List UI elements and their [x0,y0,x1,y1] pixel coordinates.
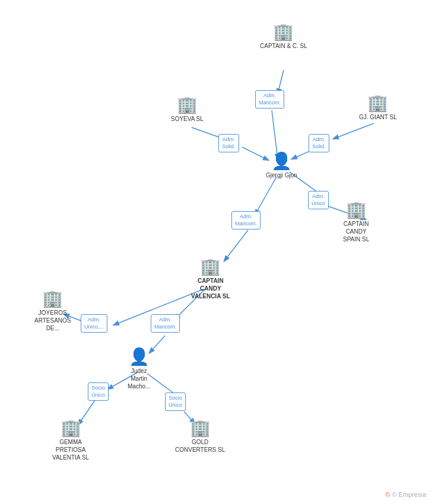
node-gemma: 🏢 GEMMAPRETIOSAVALENTIA SL [52,420,89,461]
badge-adm-solid-right[interactable]: Adm.Solid. [309,134,329,152]
label-judez: JudezMartinMacho... [128,367,150,390]
person-icon-judez: 👤 [129,349,150,365]
svg-line-13 [150,336,165,353]
badge-adm-unico-right[interactable]: Adm.Único [308,191,329,209]
badge-adm-mancom-mid[interactable]: Adm.Mancom. [231,211,261,229]
node-captain-cc: 🏢 CAPTAIN & C. SL [260,24,307,50]
label-soyeva: SOYEVA SL [171,115,204,123]
badge-adm-solid-left[interactable]: Adm.Solid. [218,134,239,152]
badge-adm-mancom-bottom[interactable]: Adm.Mancom. [151,314,180,333]
svg-line-8 [255,177,277,215]
svg-line-3 [242,147,268,160]
building-icon-joyeros: 🏢 [42,291,63,307]
label-gold: GOLDCONVERTERS SL [175,438,225,454]
building-icon-gold: 🏢 [190,420,211,436]
node-soyeva: 🏢 SOYEVA SL [171,97,204,123]
building-icon-captain-candy-valencia: 🏢 [200,259,221,275]
node-captain-candy-valencia: 🏢 CAPTAINCANDYVALENCIA SL [191,259,230,300]
node-gold: 🏢 GOLDCONVERTERS SL [175,420,225,454]
building-icon-captain-cc: 🏢 [273,24,294,40]
node-gjergji: 👤 Gjergji Gjon [266,153,297,179]
label-gjergji: Gjergji Gjon [266,171,297,179]
badge-socio-unico-left[interactable]: SocioÚnico [88,382,109,401]
badge-socio-unico-right[interactable]: SocioÚnico [165,393,186,411]
person-icon-gjergji: 👤 [271,153,292,170]
label-captain-cc: CAPTAIN & C. SL [260,42,307,50]
badge-adm-mancom-top[interactable]: Adm.Mancom. [255,90,284,109]
badge-adm-unico-left[interactable]: Adm.Unico,... [81,314,107,333]
svg-line-9 [224,230,248,261]
label-gemma: GEMMAPRETIOSAVALENTIA SL [52,438,89,461]
building-icon-gj-giant: 🏢 [367,95,388,111]
watermark: © © Empresia [385,491,426,498]
label-captain-candy-spain: CAPTAINCANDYSPAIN SL [343,220,369,243]
node-joyeros: 🏢 JOYEROSARTESANOSDE... [34,291,71,332]
building-icon-gemma: 🏢 [61,420,81,436]
building-icon-captain-candy-spain: 🏢 [346,202,367,218]
label-captain-candy-valencia: CAPTAINCANDYVALENCIA SL [191,277,230,300]
node-captain-candy-spain: 🏢 CAPTAINCANDYSPAIN SL [343,202,369,243]
label-gj-giant: GJ. GIANT SL [359,113,397,121]
label-joyeros: JOYEROSARTESANOSDE... [34,309,71,332]
svg-line-4 [333,123,374,139]
diagram: 🏢 CAPTAIN & C. SL 🏢 GJ. GIANT SL 🏢 SOYEV… [0,0,432,504]
node-judez: 👤 JudezMartinMacho... [128,349,150,390]
node-gj-giant: 🏢 GJ. GIANT SL [359,95,397,121]
building-icon-soyeva: 🏢 [177,97,198,113]
